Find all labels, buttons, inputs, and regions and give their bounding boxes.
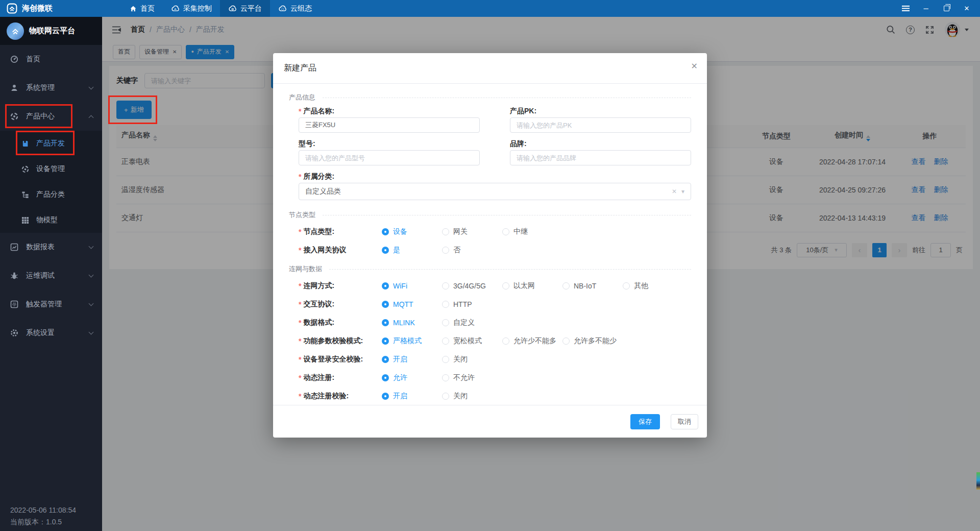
- radio-option[interactable]: 宽松模式: [442, 336, 502, 346]
- radio-option[interactable]: NB-IoT: [562, 282, 623, 290]
- category-select[interactable]: 自定义品类 ✕ ▾: [299, 183, 691, 200]
- section-divider: [323, 215, 691, 215]
- sidebar-item-ops-debug[interactable]: 运维调试: [0, 261, 102, 290]
- radio-option[interactable]: 设备: [382, 227, 442, 236]
- radio-option[interactable]: 开启: [382, 392, 442, 401]
- form-row-interaction-protocol: *交互协议: MQTT HTTP: [289, 295, 691, 313]
- radio-icon: [382, 356, 389, 363]
- sidebar-item-product-development[interactable]: 产品开发: [0, 131, 102, 156]
- radio-option[interactable]: 允许少不能多: [502, 336, 562, 346]
- dialog-footer: 保存 取消: [273, 405, 707, 438]
- topnav-cloud-config[interactable]: 云组态: [270, 0, 320, 17]
- chevron-up-icon: [89, 115, 94, 120]
- radio-option[interactable]: MQTT: [382, 300, 442, 308]
- window-controls: ─ ✕: [901, 5, 980, 13]
- radio-option[interactable]: 允许: [382, 373, 442, 382]
- radio-icon: [623, 282, 630, 289]
- platform-title: 物联网云平台: [29, 26, 75, 36]
- radio-option[interactable]: 其他: [623, 281, 648, 291]
- save-button[interactable]: 保存: [630, 414, 660, 429]
- home-icon: [130, 5, 137, 12]
- radio-option[interactable]: WiFi: [382, 282, 442, 290]
- radio-icon: [562, 337, 570, 345]
- form-field-category: *所属分类: 自定义品类 ✕ ▾: [299, 171, 691, 200]
- app-titlebar: 海创微联 首页 采集控制 云平台 云组态 ─ ✕: [0, 0, 980, 17]
- radio-icon: [502, 282, 509, 289]
- sidebar-item-system-management[interactable]: 系统管理: [0, 74, 102, 102]
- radio-icon: [562, 282, 570, 289]
- minimize-button[interactable]: ─: [922, 5, 930, 13]
- sidebar-item-home[interactable]: 首页: [0, 45, 102, 74]
- radio-icon: [382, 393, 389, 400]
- form-row-login-security-check: *设备登录安全校验: 开启 关闭: [289, 350, 691, 369]
- radio-icon: [382, 374, 389, 381]
- chevron-down-icon: [89, 301, 94, 306]
- radio-option[interactable]: 否: [442, 246, 460, 255]
- sidebar: 物联网云平台 首页 系统管理 产品中心 产品开发 设备管理: [0, 17, 102, 531]
- category-tree-icon: [21, 191, 30, 199]
- chevron-down-icon[interactable]: ▾: [681, 188, 684, 195]
- sidebar-item-product-category[interactable]: 产品分类: [0, 182, 102, 207]
- radio-icon: [382, 337, 389, 345]
- app-logo-icon: [7, 3, 17, 14]
- sidebar-item-thing-model[interactable]: 物模型: [0, 207, 102, 233]
- clear-icon[interactable]: ✕: [672, 188, 677, 195]
- sidebar-logo: 物联网云平台: [0, 17, 102, 45]
- radio-option[interactable]: 是: [382, 246, 442, 255]
- sidebar-item-data-reports[interactable]: 数据报表: [0, 233, 102, 261]
- trigger-icon: [10, 300, 19, 308]
- notebook-icon: [21, 140, 30, 148]
- sidebar-footer: 2022-05-06 11:08:54 当前版本：1.0.5: [10, 504, 76, 528]
- radio-option[interactable]: HTTP: [442, 300, 472, 308]
- radio-option[interactable]: 网关: [442, 227, 502, 236]
- screen-edge-artifact: [976, 472, 980, 490]
- radio-icon: [442, 247, 449, 254]
- radio-option[interactable]: 以太网: [502, 281, 562, 291]
- sidebar-item-product-center[interactable]: 产品中心: [0, 102, 102, 131]
- radio-option[interactable]: 允许多不能少: [562, 336, 617, 346]
- app-name: 海创微联: [22, 4, 53, 13]
- sidebar-item-trigger-management[interactable]: 触发器管理: [0, 290, 102, 319]
- radio-option[interactable]: MLINK: [382, 319, 442, 327]
- radio-option[interactable]: 关闭: [442, 392, 468, 401]
- close-dialog-icon[interactable]: ✕: [691, 61, 698, 71]
- product-name-input[interactable]: [299, 117, 480, 133]
- app-menu-icon[interactable]: [901, 5, 910, 13]
- model-input[interactable]: [299, 150, 480, 165]
- dialog-body: 产品信息 *产品名称: 产品PK: 型号: 品牌:: [273, 84, 707, 405]
- maximize-button[interactable]: [942, 5, 950, 13]
- brand-input[interactable]: [510, 150, 691, 165]
- radio-option[interactable]: 不允许: [442, 373, 475, 382]
- chevron-down-icon: [89, 273, 94, 278]
- form-row-dynamic-registration-check: *动态注册校验: 开启 关闭: [289, 387, 691, 405]
- form-row-dynamic-registration: *动态注册: 允许 不允许: [289, 369, 691, 387]
- radio-icon: [442, 337, 449, 345]
- product-pk-input[interactable]: [510, 117, 691, 133]
- form-field-product-name: *产品名称:: [299, 105, 480, 133]
- radio-icon: [382, 247, 389, 254]
- radio-icon: [442, 356, 449, 363]
- chart-icon: [10, 243, 19, 251]
- sidebar-item-device-management[interactable]: 设备管理: [0, 156, 102, 182]
- radio-option[interactable]: 严格模式: [382, 336, 442, 346]
- close-window-button[interactable]: ✕: [963, 5, 971, 13]
- sidebar-item-system-settings[interactable]: 系统设置: [0, 319, 102, 347]
- radio-icon: [502, 337, 509, 345]
- form-row-network-mode: *连网方式: WiFi 3G/4G/5G 以太网 NB-IoT 其他: [289, 277, 691, 295]
- form-row-node-type: *节点类型: 设备 网关 中继: [289, 223, 691, 241]
- product-info-fields: *产品名称: 产品PK: 型号: 品牌:: [289, 105, 691, 205]
- radio-option[interactable]: 3G/4G/5G: [442, 282, 502, 290]
- topnav-cloud-platform[interactable]: 云平台: [220, 0, 270, 17]
- topnav-collect-control[interactable]: 采集控制: [163, 0, 220, 17]
- radio-option[interactable]: 中继: [502, 227, 528, 236]
- radio-option[interactable]: 自定义: [442, 318, 475, 327]
- radio-option[interactable]: 关闭: [442, 355, 468, 364]
- radio-icon: [382, 319, 389, 326]
- cancel-button[interactable]: 取消: [671, 414, 698, 429]
- chevron-down-icon: [89, 330, 94, 335]
- radio-option[interactable]: 开启: [382, 355, 442, 364]
- topnav-home[interactable]: 首页: [121, 0, 163, 17]
- restore-icon: [944, 6, 949, 11]
- form-field-model: 型号:: [299, 138, 480, 165]
- radio-icon: [442, 374, 449, 381]
